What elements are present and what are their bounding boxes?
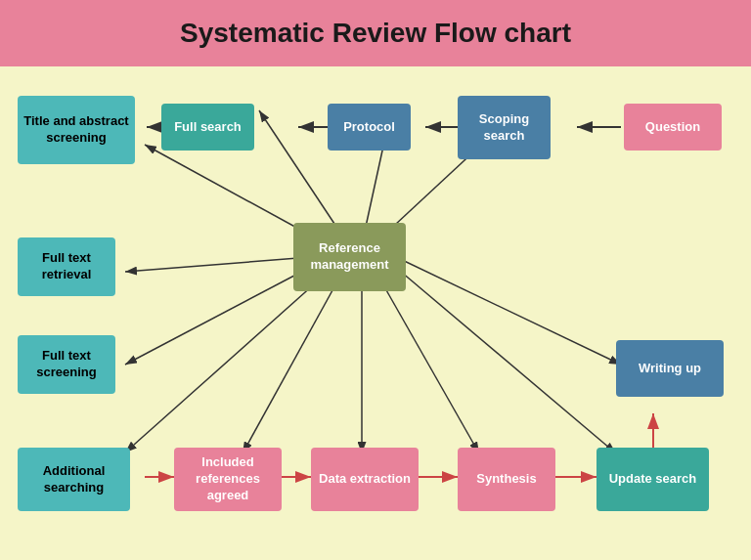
- scoping-search-box: Scoping search: [458, 96, 551, 159]
- flow-area: Title and abstract screening Full search…: [0, 66, 751, 555]
- svg-line-8: [125, 267, 311, 365]
- svg-line-13: [396, 257, 621, 365]
- protocol-box: Protocol: [328, 104, 411, 151]
- svg-line-10: [243, 281, 337, 453]
- reference-management-box: Reference management: [293, 223, 406, 291]
- included-references-box: Included references agreed: [174, 448, 282, 511]
- full-text-screening-box: Full text screening: [18, 335, 115, 394]
- writing-up-box: Writing up: [616, 340, 724, 397]
- svg-line-7: [125, 257, 311, 272]
- additional-searching-box: Additional searching: [18, 448, 130, 511]
- page-title: Systematic Review Flow chart: [10, 18, 741, 49]
- full-search-box: Full search: [161, 104, 254, 151]
- data-extraction-box: Data extraction: [311, 448, 419, 511]
- synthesis-box: Synthesis: [458, 448, 555, 511]
- question-box: Question: [624, 104, 722, 151]
- update-search-box: Update search: [596, 448, 709, 511]
- svg-line-12: [381, 281, 479, 453]
- title-abstract-box: Title and abstract screening: [18, 96, 135, 164]
- title-bar: Systematic Review Flow chart: [0, 0, 751, 66]
- svg-line-9: [125, 277, 323, 452]
- svg-line-14: [401, 272, 616, 453]
- full-text-retrieval-box: Full text retrieval: [18, 237, 115, 296]
